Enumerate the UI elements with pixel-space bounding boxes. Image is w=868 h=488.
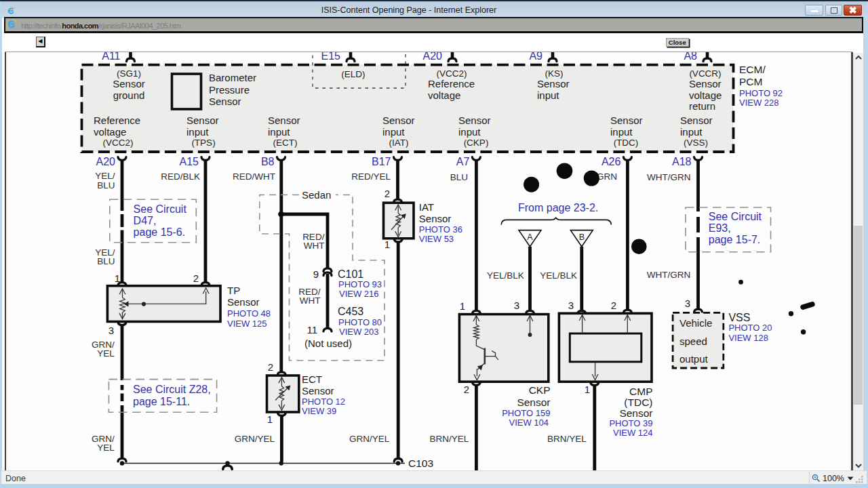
svg-text:PHOTO 80: PHOTO 80 <box>338 317 382 327</box>
svg-text:ECT: ECT <box>302 373 322 385</box>
svg-text:speed: speed <box>679 336 707 347</box>
svg-text:GRN: GRN <box>597 171 617 182</box>
svg-text:YEL: YEL <box>97 348 115 359</box>
svg-text:A7: A7 <box>456 156 470 167</box>
svg-text:Sensor: Sensor <box>227 296 260 308</box>
svg-text:PHOTO 39: PHOTO 39 <box>609 418 652 428</box>
svg-text:GRN/YEL: GRN/YEL <box>235 434 275 444</box>
svg-text:3: 3 <box>108 325 114 336</box>
svg-text:(IAT): (IAT) <box>389 138 409 148</box>
svg-text:(ELD): (ELD) <box>341 69 365 79</box>
svg-text:1: 1 <box>585 384 590 395</box>
svg-text:Reference: Reference <box>428 78 475 89</box>
svg-text:return: return <box>689 100 715 112</box>
svg-text:Barometer: Barometer <box>209 72 256 83</box>
svg-text:RED/YEL: RED/YEL <box>351 171 391 182</box>
svg-text:A11: A11 <box>102 52 120 62</box>
svg-text:2: 2 <box>464 384 469 395</box>
svg-text:input: input <box>268 126 290 138</box>
svg-text:input: input <box>382 126 405 138</box>
svg-text:VIEW 128: VIEW 128 <box>728 333 768 343</box>
svg-text:VIEW 216: VIEW 216 <box>339 289 379 299</box>
svg-text:2: 2 <box>193 272 199 284</box>
svg-text:2: 2 <box>611 300 616 311</box>
svg-text:Pressure: Pressure <box>209 84 250 96</box>
svg-text:Sensor: Sensor <box>458 115 491 126</box>
svg-text:GRN/YEL: GRN/YEL <box>349 434 390 444</box>
svg-text:YEL/BLK: YEL/BLK <box>487 270 524 281</box>
svg-text:page 15-11.: page 15-11. <box>133 396 190 407</box>
svg-text:B8: B8 <box>261 156 275 167</box>
svg-text:BLU: BLU <box>450 172 468 182</box>
svg-text:WHT: WHT <box>304 241 325 251</box>
svg-text:Sensor: Sensor <box>382 115 415 126</box>
svg-text:11: 11 <box>307 324 317 336</box>
svg-text:C453: C453 <box>338 306 363 317</box>
svg-text:(VCC2): (VCC2) <box>102 138 133 148</box>
svg-text:PHOTO 92: PHOTO 92 <box>739 88 783 98</box>
svg-text:1: 1 <box>384 239 390 250</box>
svg-text:page 15-7.: page 15-7. <box>709 234 761 245</box>
svg-text:VIEW 124: VIEW 124 <box>613 428 653 438</box>
svg-text:A20: A20 <box>96 156 116 167</box>
svg-text:B: B <box>579 232 585 242</box>
svg-text:(ECT): (ECT) <box>273 138 298 148</box>
svg-text:input: input <box>537 89 559 101</box>
svg-text:BRN/YEL: BRN/YEL <box>430 434 469 444</box>
svg-text:B17: B17 <box>372 156 391 167</box>
svg-text:C103: C103 <box>408 458 433 469</box>
svg-text:VSS: VSS <box>728 312 750 323</box>
svg-text:(VSS): (VSS) <box>684 138 708 148</box>
svg-text:Sensor: Sensor <box>302 385 334 396</box>
svg-text:BRN/YEL: BRN/YEL <box>547 434 587 444</box>
svg-text:Vehicle: Vehicle <box>679 317 712 329</box>
svg-text:1: 1 <box>115 272 120 284</box>
svg-text:VIEW 39: VIEW 39 <box>302 406 336 416</box>
svg-text:A9: A9 <box>529 52 542 62</box>
svg-text:Sensor: Sensor <box>689 78 722 89</box>
svg-text:output: output <box>679 353 709 365</box>
svg-text:WHT: WHT <box>300 296 321 306</box>
svg-text:PHOTO 48: PHOTO 48 <box>227 308 271 319</box>
svg-text:From page 23-2.: From page 23-2. <box>518 202 598 214</box>
svg-text:Sensor: Sensor <box>517 396 550 408</box>
svg-text:1: 1 <box>267 413 273 425</box>
svg-text:Sensor: Sensor <box>186 115 219 126</box>
svg-text:(TDC): (TDC) <box>614 138 639 148</box>
svg-text:Sensor: Sensor <box>209 96 241 107</box>
svg-text:YEL: YEL <box>97 443 115 453</box>
svg-text:A26: A26 <box>601 156 621 167</box>
svg-text:RED/WHT: RED/WHT <box>233 171 275 182</box>
svg-text:A18: A18 <box>672 156 692 167</box>
svg-text:3: 3 <box>568 300 574 311</box>
svg-text:input: input <box>680 126 703 138</box>
svg-text:See Circuit: See Circuit <box>134 203 187 215</box>
svg-text:A20: A20 <box>423 52 443 62</box>
svg-text:9: 9 <box>313 268 319 280</box>
svg-text:WHT/GRN: WHT/GRN <box>647 270 691 280</box>
svg-text:A8: A8 <box>684 52 697 62</box>
svg-text:PCM: PCM <box>739 76 762 87</box>
svg-text:PHOTO 12: PHOTO 12 <box>302 396 345 407</box>
svg-text:3: 3 <box>685 298 690 309</box>
svg-text:Sensor: Sensor <box>680 115 713 126</box>
svg-text:Sensor: Sensor <box>419 213 452 224</box>
svg-text:YEL/BLK: YEL/BLK <box>540 270 577 281</box>
svg-text:PHOTO 93: PHOTO 93 <box>338 279 382 289</box>
svg-text:1: 1 <box>460 300 465 312</box>
svg-text:ECM/: ECM/ <box>739 64 766 75</box>
svg-text:3: 3 <box>514 300 519 311</box>
svg-text:PHOTO 20: PHOTO 20 <box>728 323 772 333</box>
svg-text:E93,: E93, <box>709 222 731 234</box>
svg-text:VIEW 203: VIEW 203 <box>339 327 379 337</box>
svg-text:VIEW 228: VIEW 228 <box>739 98 779 108</box>
svg-text:E15: E15 <box>321 52 341 62</box>
svg-text:See Circuit Z28,: See Circuit Z28, <box>133 384 211 395</box>
svg-text:Sensor: Sensor <box>610 115 643 126</box>
svg-text:VIEW 53: VIEW 53 <box>419 234 454 244</box>
svg-text:Sensor: Sensor <box>619 407 652 419</box>
svg-text:CKP: CKP <box>529 384 551 396</box>
svg-text:Sedan: Sedan <box>302 189 331 201</box>
svg-text:(CKP): (CKP) <box>464 138 489 148</box>
svg-text:input: input <box>186 126 209 138</box>
